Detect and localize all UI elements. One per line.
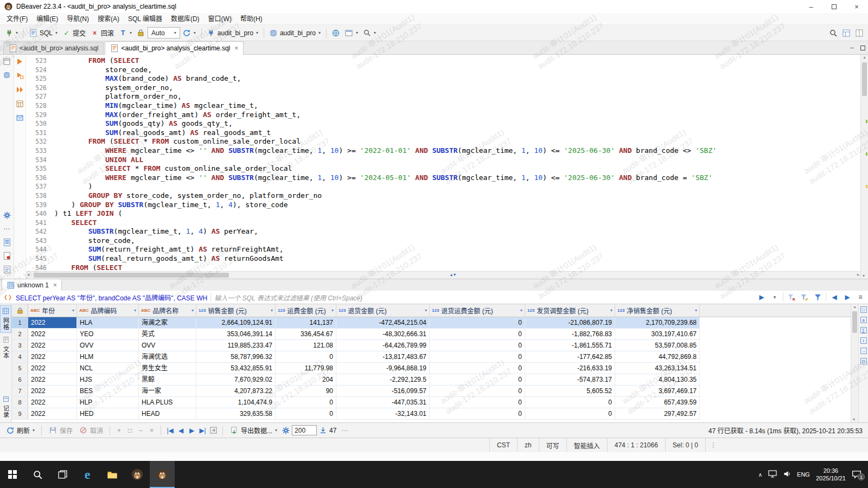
export-result-icon[interactable] (16, 114, 24, 122)
grid-cell[interactable]: 43,263,134.51 (615, 363, 700, 374)
grid-cell[interactable]: 0 (276, 408, 336, 419)
code-text[interactable]: system_order_no, (54, 84, 173, 93)
grid-cell[interactable]: 2022 (28, 317, 77, 328)
menu-item[interactable]: 搜索(A) (93, 13, 124, 25)
filter-history-icon[interactable]: ▾ (770, 292, 780, 302)
value-viewer-icon[interactable]: a (860, 317, 867, 323)
grid-cell[interactable]: 329,635.58 (196, 408, 276, 419)
grid-cell[interactable]: 5,605.52 (525, 386, 615, 396)
edge-browser-icon[interactable]: e (75, 461, 100, 488)
start-button[interactable] (0, 461, 25, 488)
grid-cell[interactable]: 90 (276, 386, 336, 396)
execute-script-icon[interactable] (16, 86, 24, 94)
datasource-sync-button[interactable] (330, 27, 342, 40)
grid-cell[interactable]: 英式 (139, 329, 196, 339)
dbeaver-taskbar-icon-active[interactable] (150, 461, 175, 488)
restore-panel-icon[interactable] (3, 57, 11, 66)
grid-cell[interactable]: -177,642.85 (525, 351, 615, 362)
code-text[interactable]: FROM (SELECT * FROM custom_online_sale_o… (54, 137, 301, 146)
grid-cell[interactable]: 353,046,391.14 (196, 329, 276, 339)
grid-cell[interactable]: 58,787,996.32 (196, 351, 276, 362)
grid-cell[interactable]: 男生女生 (139, 363, 196, 374)
grid-cell[interactable]: 303,197,410.67 (615, 329, 700, 339)
network-icon[interactable] (768, 470, 777, 479)
grid-cell[interactable]: HLP (77, 397, 139, 408)
grid-cell[interactable]: -64,426,789.99 (336, 340, 430, 351)
close-tab-icon[interactable]: × (234, 44, 238, 52)
grid-cell[interactable]: HLA (77, 317, 139, 328)
add-row-icon[interactable]: + (114, 426, 124, 435)
row-number[interactable]: 2 (12, 329, 28, 339)
sort-dropdown-icon[interactable]: ▾ (192, 308, 194, 313)
sort-dropdown-icon[interactable]: ▾ (72, 308, 74, 313)
code-text[interactable]: SUBSTR(mgclear_time_t, 1, 4) AS perYear, (54, 227, 258, 236)
grid-cell[interactable]: -21,086,807.19 (525, 317, 615, 328)
grid-cell[interactable]: 2,664,109,124.91 (196, 317, 276, 328)
grid-cell[interactable]: -13,817,483.67 (336, 351, 430, 362)
grid-cell[interactable]: 121.08 (276, 340, 336, 351)
sort-dropdown-icon[interactable]: ▾ (520, 308, 522, 313)
references-panel-icon[interactable]: → (860, 348, 867, 354)
scroll-left-icon[interactable]: ◂ (27, 272, 29, 277)
grid-cell[interactable]: HLA PLUS (139, 397, 196, 408)
keyboard-language[interactable]: ENG (797, 471, 810, 478)
apply-filter-icon[interactable]: ▶ (757, 292, 767, 302)
fetch-size-input[interactable]: 200 (292, 425, 317, 435)
file-explorer-icon[interactable] (100, 461, 125, 488)
column-header-9[interactable]: 123净销售金额 (元)▾ (615, 304, 700, 317)
commit-button[interactable]: ✓ 提交 (60, 27, 88, 40)
first-row-icon[interactable]: |◀ (165, 426, 175, 435)
search-dropdown[interactable]: ▾ (361, 27, 378, 40)
taskbar-clock[interactable]: 20:36 2025/10/21 (816, 467, 846, 482)
metadata-panel-icon[interactable]: i (860, 337, 867, 344)
row-number[interactable]: 8 (12, 397, 28, 408)
scroll-up-icon[interactable]: ▴ (853, 304, 856, 309)
grid-corner[interactable] (12, 304, 28, 317)
text-view-tab[interactable]: 文本 (0, 335, 11, 361)
grid-cell[interactable]: YEO (77, 329, 139, 339)
grid-cell[interactable]: 0 (430, 386, 525, 396)
code-text[interactable]: UNION ALL (54, 156, 143, 165)
transaction-log-dropdown[interactable]: ▾ (181, 27, 198, 40)
code-text[interactable]: SUM(return_freight_amt_t) AS returnFreig… (54, 245, 284, 254)
volume-icon[interactable] (783, 470, 791, 479)
code-text[interactable]: WHERE mgclear_time <> '' AND SUBSTR(mgcl… (54, 146, 717, 156)
editor-tab-analysis[interactable]: <audit_bi_pro> analysis.sql (3, 42, 104, 54)
row-number[interactable]: 5 (12, 363, 28, 374)
toolbar-overflow-icon[interactable]: ⋯ (341, 427, 348, 434)
grid-vscrollbar[interactable]: ▴ ▾ (851, 304, 858, 422)
column-header-3[interactable]: ABC品牌名称▾ (139, 304, 196, 317)
grid-cell[interactable]: -447,035.31 (336, 397, 430, 408)
goto-row-icon[interactable] (209, 426, 218, 435)
grid-cell[interactable]: 2022 (28, 363, 77, 374)
tray-expand-icon[interactable]: ∧ (758, 472, 762, 478)
code-text[interactable]: MIN(mgclear_time) AS mgclear_time_t, (54, 101, 258, 111)
grid-cell[interactable]: HJS (77, 374, 139, 385)
grid-cell[interactable]: 0 (430, 340, 525, 351)
settings-gear-icon[interactable] (3, 211, 11, 219)
execute-new-tab-icon[interactable] (16, 72, 24, 80)
code-text[interactable]: SUM(real_return_goods_amt_t) AS returnGo… (54, 254, 284, 264)
menu-item[interactable]: 数据库(D) (167, 13, 204, 25)
menu-item[interactable]: 帮助(H) (236, 13, 267, 25)
grid-cell[interactable]: -1,882,768.83 (525, 329, 615, 339)
edit-filter-icon[interactable] (800, 292, 809, 302)
grid-view-tab[interactable]: 网格 (0, 305, 11, 333)
sort-dropdown-icon[interactable]: ▾ (695, 308, 697, 313)
refresh-button[interactable]: 刷新 ▾ (3, 424, 37, 437)
close-button[interactable]: × (845, 0, 868, 13)
grid-cell[interactable]: -48,302,666.31 (336, 329, 430, 339)
grid-cell[interactable]: -574,873.17 (525, 374, 615, 385)
grid-cell[interactable]: 53,432,855.91 (196, 363, 276, 374)
code-text[interactable]: ) GROUP BY SUBSTR(mgclear_time_t, 1, 4),… (54, 201, 288, 210)
column-header-7[interactable]: 123退货运费金额 (元)▾ (430, 304, 525, 317)
open-perspective-button[interactable] (840, 27, 852, 40)
grid-cell[interactable]: 2022 (28, 408, 77, 419)
menu-item[interactable]: 窗口(W) (204, 13, 236, 25)
grid-cell[interactable]: 0 (430, 408, 525, 419)
code-text[interactable]: FROM (SELECT (54, 56, 139, 66)
next-row-icon[interactable]: ▶ (187, 426, 196, 435)
explain-plan-icon[interactable] (16, 100, 24, 108)
grid-cell[interactable]: -9,964,868.19 (336, 363, 430, 374)
autocommit-combo[interactable]: Auto ▾ (148, 27, 180, 38)
